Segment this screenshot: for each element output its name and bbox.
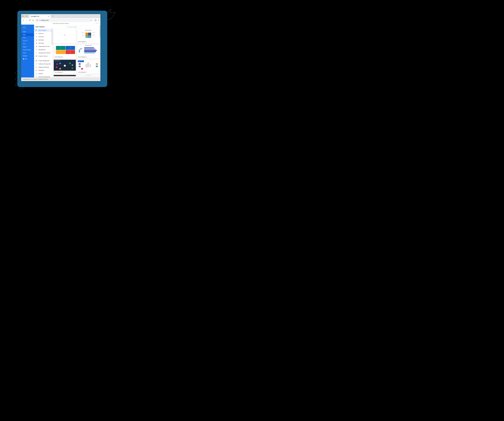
file-menu-sidebar: OpenNewSaveSave AsPrintImportExport & Se… (21, 24, 34, 77)
svg-rect-18 (36, 55, 37, 57)
app-minimize-icon[interactable]: — (94, 23, 95, 24)
category-management[interactable]: Management (34, 48, 53, 51)
category-analysis-canvas[interactable]: Analysis Canvas (34, 54, 53, 58)
shapes-icon (36, 30, 37, 31)
category-marketing[interactable]: Marketing (34, 38, 53, 42)
sidebar-item-save-as[interactable]: Save As (21, 39, 34, 42)
search-icon (67, 26, 68, 28)
category-database-modeling[interactable]: Database Modeling (34, 65, 53, 69)
minimize-window-button[interactable] (24, 16, 25, 17)
back-button[interactable] (23, 26, 26, 29)
bars-icon (36, 39, 37, 41)
category-software-development[interactable]: Software Development (34, 62, 53, 65)
category-mind-map[interactable]: Mind Map (34, 42, 53, 45)
electrical-icon (36, 76, 37, 77)
template-grid: +Add Your Title Here01020304Arrow Diagra… (53, 29, 100, 77)
template-label: Arrow Diagram 5 (77, 71, 99, 74)
svg-rect-20 (36, 60, 36, 61)
database-icon (36, 66, 37, 68)
category-label: Management (38, 49, 46, 50)
bookmark-star-icon[interactable]: ☆ (90, 19, 92, 21)
url-text: cameyo.com (41, 19, 48, 21)
category-flowchart[interactable]: Flowchart (34, 35, 53, 38)
main-scrollbar[interactable] (100, 25, 100, 37)
arrow1-thumb: Add Your Title Here01020304 (77, 29, 99, 40)
sidebar-item-print[interactable]: Print (21, 42, 34, 45)
svg-point-31 (67, 26, 68, 27)
template-card-arrow-diagram-2[interactable]: Add Your Title Here01020403Arrow Diagram… (54, 44, 76, 59)
network-icon (36, 73, 37, 75)
category-label: Electrical Engineering (38, 76, 50, 77)
nav-reload-button[interactable] (29, 19, 31, 21)
app-close-icon[interactable]: ✕ (98, 23, 99, 24)
maximize-window-button[interactable] (26, 16, 27, 17)
new-tab-button[interactable]: + (51, 15, 54, 17)
sidebar-item-label: Close (23, 52, 26, 53)
sidebar-item-import[interactable]: Import (21, 45, 34, 48)
profile-avatar[interactable] (94, 19, 97, 22)
arrow5-thumb: Add Your Title Here (77, 60, 99, 71)
app-restore-icon[interactable]: ❐ (96, 23, 97, 24)
category-label: Database Modeling (38, 66, 49, 68)
template-card-arrow-diagram-4[interactable]: Add Your Title HereExplore your themeArr… (54, 60, 76, 74)
sidebar-item-save[interactable]: Save (21, 36, 34, 39)
app-titlebar: Edraw Max (Unlicensed Version) — ❐ ✕ (21, 22, 100, 24)
browser-window: CAMEYO ✕ + ▷ cameyo.com ☆ Edraw Max (Unl… (21, 14, 100, 81)
category-electrical-engineering[interactable]: Electrical Engineering (34, 75, 53, 77)
template-card-arrow-diagram-5[interactable]: Add Your Title HereArrow Diagram 5 (77, 60, 99, 74)
lock-icon (36, 19, 38, 21)
template-peek: Add Your Title Here (54, 75, 76, 76)
sidebar-item-close[interactable]: Close (21, 51, 34, 54)
svg-rect-23 (36, 70, 37, 71)
sidebar-item-label: Save As (23, 40, 27, 42)
category-basic-diagram[interactable]: Basic Diagram (34, 29, 53, 32)
category-label: Software Development (38, 63, 51, 65)
category-label: Wireframe (38, 70, 44, 71)
template-label: Arrow Diagram 3 (77, 55, 99, 58)
category-project-management[interactable]: Project Management (34, 59, 53, 62)
arrow2-thumb: Add Your Title Here01020403 (54, 45, 76, 55)
category-network[interactable]: Network (34, 72, 53, 75)
template-card-blank[interactable]: + (54, 29, 76, 43)
category-organizational-chart[interactable]: Organizational Chart (34, 45, 53, 48)
sidebar-item-label: Save (23, 37, 26, 38)
sidebar-item-new[interactable]: New (21, 33, 34, 36)
sidebar-item-open[interactable]: Open (21, 30, 34, 33)
svg-rect-1 (36, 30, 36, 30)
svg-point-9 (36, 43, 36, 43)
svg-rect-7 (36, 40, 36, 41)
category-wireframe[interactable]: Wireframe (34, 69, 53, 72)
browser-tab[interactable]: CAMEYO ✕ (30, 15, 51, 18)
template-card-arrow-diagram-3[interactable]: Add Your Title HereArrow Diagram 3 (77, 44, 99, 59)
nav-home-button[interactable] (32, 19, 34, 21)
template-main-area: Search examples . . . +Add Your Title He… (53, 24, 100, 77)
category-scrollbar[interactable] (52, 29, 52, 45)
play-icon: ▷ (39, 19, 40, 21)
category-panel: Basic Diagram Basic DiagramBusinessFlowc… (34, 24, 53, 77)
category-label: Strategy and Planning (38, 52, 50, 53)
svg-point-17 (36, 49, 36, 50)
category-label: Business (38, 33, 43, 34)
flowchart-icon (36, 36, 37, 38)
sidebar-item-exit[interactable]: Exit (21, 57, 34, 60)
browser-menu-button[interactable] (98, 19, 99, 21)
trend-icon (36, 52, 37, 54)
tab-close-icon[interactable]: ✕ (48, 16, 49, 17)
template-card-arrow-diagram-1[interactable]: Add Your Title Here01020304Arrow Diagram… (77, 29, 99, 43)
category-label: Flowchart (38, 36, 44, 37)
sidebar-item-options[interactable]: Options (21, 54, 34, 57)
search-input[interactable]: Search examples . . . (66, 26, 98, 28)
category-label: Organizational Chart (38, 46, 50, 47)
gear-icon (36, 49, 37, 51)
exit-icon (23, 58, 24, 59)
close-window-button[interactable] (22, 16, 24, 17)
sidebar-item-export-send[interactable]: Export & Send (21, 48, 34, 51)
category-strategy-and-planning[interactable]: Strategy and Planning (34, 51, 53, 54)
browser-tab-bar: CAMEYO ✕ + (21, 14, 100, 18)
svg-point-2 (36, 30, 37, 30)
nav-back-button[interactable] (22, 19, 24, 21)
url-field[interactable]: ▷ cameyo.com ☆ (35, 19, 93, 22)
nav-forward-button[interactable] (26, 19, 28, 21)
category-business[interactable]: Business (34, 32, 53, 35)
blank-template-thumb: + (54, 29, 76, 40)
